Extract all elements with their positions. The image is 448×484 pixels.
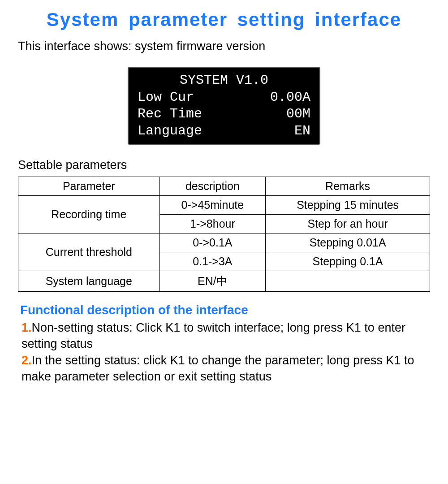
screen-row-language: Language EN (138, 123, 310, 140)
table-row: Recording time 0->45minute Stepping 15 m… (18, 196, 430, 215)
table-row: Current threshold 0->0.1A Stepping 0.01A (18, 233, 430, 252)
screen-value: EN (294, 123, 310, 140)
screen-row-low-cur: Low Cur 0.00A (138, 89, 310, 106)
cell-param: Recording time (18, 196, 160, 233)
screen-label: Language (138, 123, 202, 140)
cell-param: System language (18, 271, 160, 292)
parameters-table: Parameter description Remarks Recording … (18, 177, 430, 292)
functional-item-1: Non-setting status: Click K1 to switch i… (22, 321, 405, 350)
cell-desc: 0.1->3A (159, 252, 266, 271)
cell-desc: 1->8hour (159, 215, 266, 233)
cell-param: Current threshold (18, 233, 160, 271)
screen-value: 00M (286, 106, 310, 123)
functional-body: 1.Non-setting status: Click K1 to switch… (13, 320, 435, 385)
cell-remark: Stepping 15 minutes (266, 196, 430, 215)
col-description: description (159, 177, 266, 196)
cell-desc: EN/中 (159, 271, 266, 292)
settable-params-label: Settable parameters (18, 158, 435, 172)
screen-label: Low Cur (138, 89, 194, 106)
cell-remark: Stepping 0.01A (266, 233, 430, 252)
device-screen: SYSTEM V1.0 Low Cur 0.00A Rec Time 00M L… (128, 67, 320, 145)
screen-header: SYSTEM V1.0 (138, 72, 310, 89)
cell-remark (266, 271, 430, 292)
screen-value: 0.00A (270, 89, 310, 106)
list-number-1: 1. (22, 321, 32, 334)
col-parameter: Parameter (18, 177, 160, 196)
page-title: System parameter setting interface (13, 9, 435, 30)
table-row: System language EN/中 (18, 271, 430, 292)
cell-desc: 0->0.1A (159, 233, 266, 252)
col-remarks: Remarks (266, 177, 430, 196)
cell-remark: Step for an hour (266, 215, 430, 233)
intro-text: This interface shows: system firmware ve… (18, 39, 435, 53)
functional-heading: Functional description of the interface (20, 303, 435, 317)
table-header-row: Parameter description Remarks (18, 177, 430, 196)
screen-row-rec-time: Rec Time 00M (138, 106, 310, 123)
functional-item-2: In the setting status: click K1 to chang… (22, 354, 414, 383)
screen-label: Rec Time (138, 106, 202, 123)
cell-remark: Stepping 0.1A (266, 252, 430, 271)
cell-desc: 0->45minute (159, 196, 266, 215)
list-number-2: 2. (22, 354, 32, 367)
